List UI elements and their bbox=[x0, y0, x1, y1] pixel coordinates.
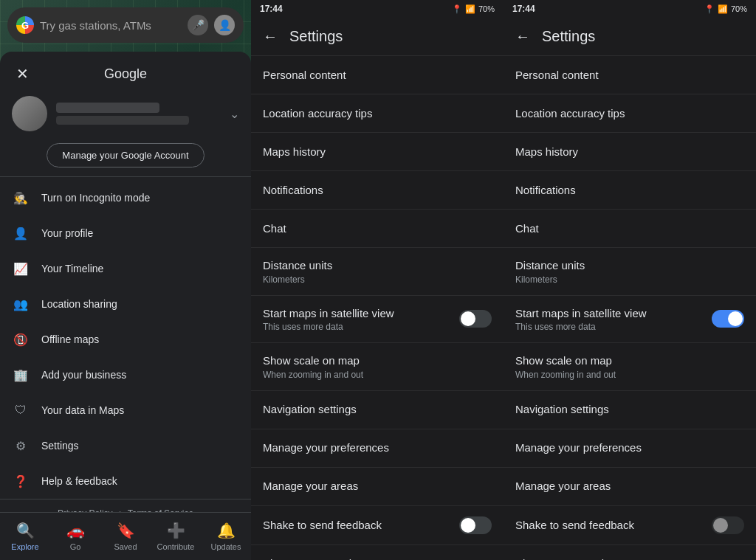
mid-shake-toggle[interactable] bbox=[459, 516, 492, 534]
right-location-icon: 📍 bbox=[704, 4, 715, 14]
right-item-location-tips[interactable]: Location accuracy tips bbox=[504, 94, 756, 133]
right-settings-title: Settings bbox=[542, 28, 595, 45]
right-item-distance[interactable]: Distance units Kilometers bbox=[504, 248, 756, 296]
right-item-personal[interactable]: Personal content bbox=[504, 56, 756, 94]
bottom-nav: 🔍 Explore 🚗 Go 🔖 Saved ➕ Contribute 🔔 Up… bbox=[0, 512, 251, 560]
mid-item-satellite[interactable]: Start maps in satellite view This uses m… bbox=[251, 296, 504, 344]
saved-icon: 🔖 bbox=[117, 522, 135, 539]
right-back-button[interactable]: ← bbox=[515, 28, 530, 45]
account-email bbox=[56, 116, 189, 125]
left-panel: G Try gas stations, ATMs 🎤 👤 ✕ Google ⌄ … bbox=[0, 0, 251, 560]
menu-item-timeline[interactable]: 📈 Your Timeline bbox=[0, 251, 251, 286]
nav-updates[interactable]: 🔔 Updates bbox=[201, 522, 251, 551]
manage-account-button[interactable]: Manage your Google Account bbox=[47, 143, 204, 167]
drawer-title: Google bbox=[32, 66, 219, 82]
menu-item-location-sharing[interactable]: 👥 Location sharing bbox=[0, 286, 251, 322]
menu-item-incognito[interactable]: 🕵 Turn on Incognito mode bbox=[0, 180, 251, 215]
mid-item-location-tips[interactable]: Location accuracy tips bbox=[251, 94, 504, 133]
menu-item-business[interactable]: 🏢 Add your business bbox=[0, 357, 251, 393]
mid-item-scale[interactable]: Show scale on map When zooming in and ou… bbox=[251, 343, 504, 391]
right-time: 17:44 bbox=[512, 4, 535, 14]
mid-satellite-toggle[interactable] bbox=[459, 310, 492, 328]
right-item-chat[interactable]: Chat bbox=[504, 210, 756, 248]
right-satellite-toggle[interactable] bbox=[712, 310, 744, 328]
toggle-knob bbox=[461, 311, 475, 326]
right-item-maps-history[interactable]: Maps history bbox=[504, 133, 756, 171]
search-bar[interactable]: G Try gas stations, ATMs 🎤 👤 bbox=[7, 7, 244, 43]
right-shake-toggle[interactable] bbox=[712, 516, 744, 534]
search-input[interactable]: Try gas stations, ATMs bbox=[40, 19, 182, 32]
go-icon: 🚗 bbox=[66, 522, 85, 539]
menu-item-profile[interactable]: 👤 Your profile bbox=[0, 215, 251, 251]
offline-label: Offline maps bbox=[41, 333, 99, 345]
menu-item-data[interactable]: 🛡 Your data in Maps bbox=[0, 393, 251, 428]
mid-settings-panel: 17:44 📍 📶 70% ← Settings Personal conten… bbox=[251, 0, 504, 560]
menu-item-settings[interactable]: ⚙ Settings bbox=[0, 428, 251, 463]
right-item-scale[interactable]: Show scale on map When zooming in and ou… bbox=[504, 343, 756, 391]
account-drawer: ✕ Google ⌄ Manage your Google Account 🕵 … bbox=[0, 52, 251, 529]
wifi-icon: 📶 bbox=[465, 4, 475, 14]
google-logo: G bbox=[16, 16, 34, 34]
mid-item-shake[interactable]: Shake to send feedback bbox=[251, 506, 504, 545]
user-avatar[interactable]: 👤 bbox=[214, 15, 235, 35]
mid-back-button[interactable]: ← bbox=[263, 28, 278, 45]
business-icon: 🏢 bbox=[12, 366, 30, 384]
mid-settings-title: Settings bbox=[289, 28, 343, 45]
updates-label: Updates bbox=[211, 542, 241, 551]
account-avatar bbox=[12, 96, 47, 131]
menu-item-help[interactable]: ❓ Help & feedback bbox=[0, 463, 251, 499]
right-status-icons: 📍 📶 70% bbox=[704, 4, 747, 14]
data-icon: 🛡 bbox=[12, 401, 30, 419]
location-sharing-icon: 👥 bbox=[12, 295, 30, 313]
right-wifi-icon: 📶 bbox=[718, 4, 728, 14]
menu-item-offline[interactable]: 📵 Offline maps bbox=[0, 322, 251, 357]
right-item-about[interactable]: About, terms & privacy bbox=[504, 545, 756, 561]
close-icon[interactable]: ✕ bbox=[12, 63, 32, 84]
mid-item-navigation[interactable]: Navigation settings bbox=[251, 391, 504, 429]
nav-explore[interactable]: 🔍 Explore bbox=[0, 522, 50, 551]
nav-go[interactable]: 🚗 Go bbox=[50, 522, 100, 551]
toggle-knob-on bbox=[728, 311, 743, 326]
incognito-label: Turn on Incognito mode bbox=[41, 192, 150, 204]
battery-mid: 70% bbox=[478, 4, 495, 13]
explore-label: Explore bbox=[11, 542, 38, 551]
mid-item-chat[interactable]: Chat bbox=[251, 210, 504, 248]
mid-item-distance[interactable]: Distance units Kilometers bbox=[251, 248, 504, 296]
data-label: Your data in Maps bbox=[41, 404, 124, 416]
mid-item-preferences[interactable]: Manage your preferences bbox=[251, 429, 504, 468]
right-settings-list: Personal content Location accuracy tips … bbox=[504, 56, 756, 560]
go-label: Go bbox=[70, 542, 81, 551]
mid-settings-header: ← Settings bbox=[251, 18, 504, 56]
mic-icon[interactable]: 🎤 bbox=[188, 15, 208, 35]
drawer-header: ✕ Google bbox=[0, 52, 251, 90]
mid-item-areas[interactable]: Manage your areas bbox=[251, 468, 504, 506]
mid-item-personal[interactable]: Personal content bbox=[251, 56, 504, 94]
settings-label: Settings bbox=[41, 440, 79, 452]
account-name bbox=[56, 103, 159, 113]
help-icon: ❓ bbox=[12, 472, 30, 490]
mid-time: 17:44 bbox=[260, 4, 283, 14]
right-status-bar: 17:44 📍 📶 70% bbox=[504, 0, 756, 18]
profile-label: Your profile bbox=[41, 227, 93, 239]
right-settings-panel: 17:44 📍 📶 70% ← Settings Personal conten… bbox=[504, 0, 756, 560]
updates-icon: 🔔 bbox=[217, 522, 236, 539]
explore-icon: 🔍 bbox=[16, 522, 35, 539]
right-item-navigation[interactable]: Navigation settings bbox=[504, 391, 756, 429]
mid-status-bar: 17:44 📍 📶 70% bbox=[251, 0, 504, 18]
mid-item-about[interactable]: About, terms & privacy bbox=[251, 545, 504, 561]
mid-status-icons: 📍 📶 70% bbox=[452, 4, 495, 14]
right-battery: 70% bbox=[731, 4, 747, 13]
business-label: Add your business bbox=[41, 369, 126, 381]
divider bbox=[0, 176, 251, 177]
right-item-areas[interactable]: Manage your areas bbox=[504, 468, 756, 506]
right-item-shake[interactable]: Shake to send feedback bbox=[504, 506, 756, 545]
right-item-notifications[interactable]: Notifications bbox=[504, 171, 756, 210]
mid-item-maps-history[interactable]: Maps history bbox=[251, 133, 504, 171]
right-item-preferences[interactable]: Manage your preferences bbox=[504, 429, 756, 468]
nav-contribute[interactable]: ➕ Contribute bbox=[151, 522, 201, 551]
nav-saved[interactable]: 🔖 Saved bbox=[100, 522, 151, 551]
expand-icon[interactable]: ⌄ bbox=[230, 107, 239, 121]
right-item-satellite[interactable]: Start maps in satellite view This uses m… bbox=[504, 296, 756, 344]
mid-settings-list: Personal content Location accuracy tips … bbox=[251, 56, 504, 560]
mid-item-notifications[interactable]: Notifications bbox=[251, 171, 504, 210]
